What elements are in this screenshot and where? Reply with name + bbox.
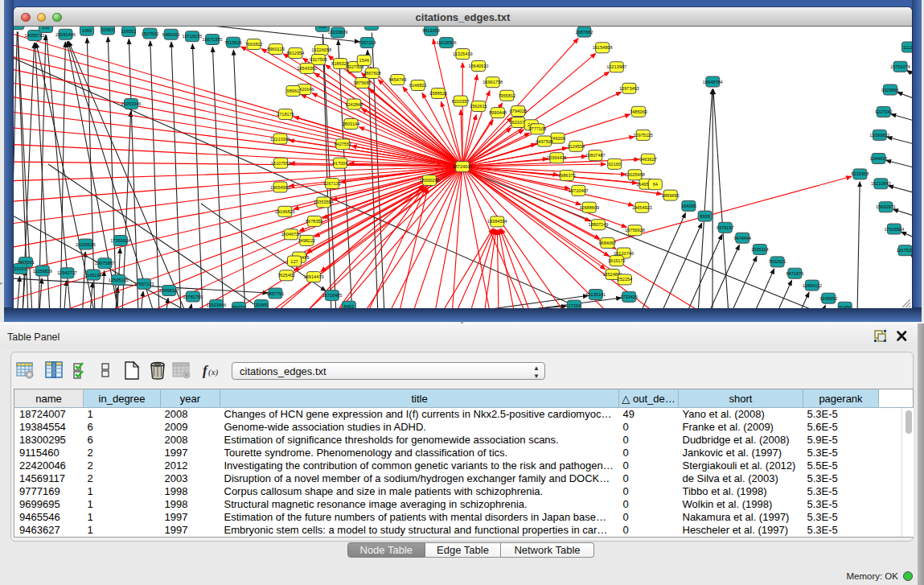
svg-text:9329966: 9329966 (881, 88, 899, 93)
svg-text:2867608: 2867608 (363, 71, 381, 76)
svg-text:8220357: 8220357 (452, 99, 470, 104)
svg-text:6497508: 6497508 (536, 139, 553, 144)
svg-text:12942737: 12942737 (57, 270, 77, 275)
svg-text:12975115: 12975115 (633, 133, 652, 138)
svg-text:19218506: 19218506 (437, 40, 457, 45)
svg-text:7357224: 7357224 (359, 40, 376, 45)
svg-text:8813054: 8813054 (422, 28, 440, 33)
svg-text:9463627: 9463627 (639, 157, 657, 162)
svg-text:20364436: 20364436 (547, 155, 567, 160)
svg-text:7515526: 7515526 (224, 40, 242, 45)
svg-text:15751074: 15751074 (890, 64, 910, 69)
svg-text:15716485: 15716485 (322, 293, 342, 298)
svg-text:1065: 1065 (82, 28, 92, 33)
svg-text:1546: 1546 (359, 58, 369, 63)
svg-text:16782759: 16782759 (183, 295, 203, 299)
svg-text:95023: 95023 (232, 305, 245, 308)
svg-text:8215958: 8215958 (852, 171, 869, 176)
svg-text:109: 109 (318, 27, 326, 29)
svg-text:12213967: 12213967 (606, 64, 626, 69)
svg-text:7986372: 7986372 (558, 173, 576, 178)
svg-text:10973493: 10973493 (619, 86, 639, 91)
svg-text:16120746: 16120746 (614, 251, 634, 256)
svg-text:19756928: 19756928 (625, 228, 645, 233)
svg-text:8912954: 8912954 (287, 51, 305, 56)
svg-text:7632621: 7632621 (769, 259, 786, 264)
svg-text:1615172: 1615172 (608, 258, 626, 263)
svg-text:17016504: 17016504 (884, 227, 904, 232)
svg-text:16671355: 16671355 (203, 37, 223, 42)
svg-text:164095: 164095 (681, 204, 696, 208)
svg-text:9242848: 9242848 (345, 102, 363, 107)
svg-text:20206536: 20206536 (76, 242, 96, 247)
svg-text:1145194: 1145194 (84, 273, 101, 278)
svg-text:92456: 92456 (839, 305, 852, 308)
svg-text:9245652: 9245652 (819, 296, 837, 301)
svg-text:9857791: 9857791 (267, 291, 285, 296)
svg-text:9899695: 9899695 (662, 193, 680, 198)
svg-text:11325419: 11325419 (453, 51, 472, 56)
svg-text:15136141: 15136141 (585, 292, 606, 297)
svg-text:106552: 106552 (121, 29, 137, 34)
svg-text:17359924: 17359924 (110, 238, 130, 243)
svg-text:7663822: 7663822 (245, 42, 263, 47)
svg-text:19975887: 19975887 (95, 261, 115, 266)
svg-text:7625402: 7625402 (277, 273, 295, 278)
svg-text:19166825: 19166825 (275, 209, 295, 214)
svg-text:2935114: 2935114 (751, 247, 768, 252)
svg-text:16107552: 16107552 (271, 161, 291, 166)
svg-text:13226058: 13226058 (311, 47, 331, 52)
svg-text:12923446: 12923446 (207, 303, 227, 307)
svg-text:16640910: 16640910 (469, 64, 489, 68)
svg-text:417006: 417006 (333, 161, 348, 166)
svg-text:2803144: 2803144 (343, 122, 360, 126)
svg-text:17334: 17334 (568, 303, 581, 308)
svg-text:12093822: 12093822 (869, 133, 889, 138)
svg-text:11156829: 11156829 (33, 269, 52, 274)
svg-text:1733426: 1733426 (620, 295, 638, 299)
svg-text:14055712: 14055712 (25, 33, 45, 38)
svg-text:39159: 39159 (14, 266, 27, 271)
svg-text:127: 127 (290, 259, 298, 264)
svg-text:13353594: 13353594 (314, 200, 334, 204)
svg-text:10025458: 10025458 (625, 172, 645, 177)
svg-text:9777109: 9777109 (528, 126, 546, 131)
svg-text:1588520: 1588520 (429, 91, 447, 96)
svg-text:8454749: 8454749 (389, 77, 407, 82)
svg-text:16961758: 16961758 (483, 80, 503, 84)
svg-text:10719155: 10719155 (183, 34, 203, 39)
svg-text:7955812: 7955812 (499, 93, 516, 98)
svg-text:16210643: 16210643 (871, 181, 891, 186)
svg-text:9684067: 9684067 (599, 241, 617, 245)
svg-text:19384554: 19384554 (487, 219, 507, 224)
svg-text:16648784: 16648784 (703, 80, 723, 84)
svg-text:12505135: 12505135 (109, 278, 129, 282)
svg-text:252254: 252254 (618, 277, 633, 282)
svg-text:20691406: 20691406 (55, 32, 76, 37)
svg-text:8678352: 8678352 (306, 219, 323, 224)
svg-text:16154808: 16154808 (593, 45, 613, 50)
svg-text:231: 231 (42, 27, 49, 30)
svg-text:8960123: 8960123 (267, 47, 285, 51)
svg-text:16033809: 16033809 (328, 30, 348, 35)
svg-text:16543362: 16543362 (297, 66, 317, 71)
svg-text:9474444: 9474444 (733, 236, 751, 241)
svg-text:62160: 62160 (608, 162, 621, 167)
svg-text:6379197: 6379197 (717, 225, 734, 230)
svg-text:64: 64 (653, 182, 658, 187)
svg-text:19654923: 19654923 (632, 205, 652, 210)
svg-text:3124554: 3124554 (567, 144, 585, 149)
svg-text:10807487: 10807487 (585, 153, 606, 158)
svg-text:20945: 20945 (255, 303, 268, 307)
svg-text:16914479: 16914479 (304, 274, 324, 279)
svg-text:17957223: 17957223 (134, 282, 154, 286)
svg-text:3875685: 3875685 (354, 80, 372, 85)
svg-text:1562615: 1562615 (470, 104, 487, 109)
svg-text:(x): (x) (208, 367, 219, 377)
svg-text:8938: 8938 (700, 214, 709, 219)
svg-text:18807249: 18807249 (589, 222, 609, 227)
svg-text:9227342: 9227342 (875, 109, 893, 114)
svg-text:10653: 10653 (101, 27, 114, 32)
svg-text:12213369: 12213369 (270, 137, 290, 142)
svg-text:1527602: 1527602 (142, 31, 159, 36)
